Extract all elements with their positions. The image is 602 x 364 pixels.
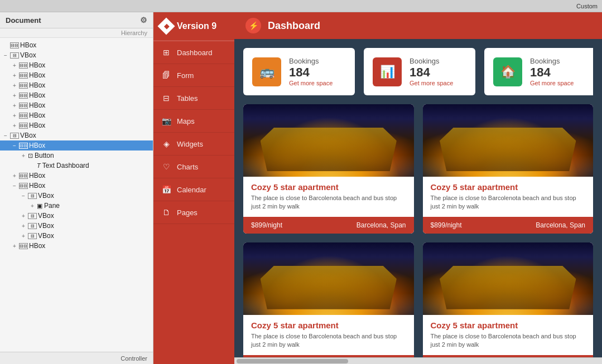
node-label: HBox: [29, 81, 45, 89]
stats-row: 🚌 Bookings 184 Get more space 📊 Bookings…: [243, 48, 593, 95]
property-name-prop2: Cozy 5 star apartment: [431, 182, 586, 192]
node-label: HBox: [29, 242, 45, 250]
tree-item-hbox7[interactable]: + ⊟⊟ HBox: [0, 110, 153, 120]
tree-item-hbox2[interactable]: + ⊟⊟ HBox: [0, 60, 153, 70]
node-label: HBox: [29, 91, 45, 99]
tree-item-hbox5[interactable]: + ⊟⊟ HBox: [0, 90, 153, 100]
expand-icon[interactable]: −: [11, 143, 18, 149]
expand-icon[interactable]: +: [11, 103, 18, 109]
node-label: HBox: [29, 172, 45, 179]
expand-icon[interactable]: +: [11, 82, 18, 89]
expand-icon[interactable]: +: [20, 233, 27, 239]
tree-item-hbox10[interactable]: − ⊟⊟ HBox: [0, 181, 153, 191]
property-card-prop1: Cozy 5 star apartment The place is close…: [243, 104, 414, 234]
hotel-img-sim-prop3: [243, 242, 414, 315]
tree-item-hbox1[interactable]: ⊟⊟ HBox: [0, 40, 153, 50]
node-label: VBox: [38, 212, 54, 220]
widgets-icon: ◈: [161, 139, 171, 148]
property-info-prop4: Cozy 5 star apartment The place is close…: [423, 315, 594, 355]
nav-label-tables: Tables: [177, 94, 198, 103]
property-desc-prop3: The place is close to Barcolenota beach …: [251, 332, 406, 350]
expand-icon[interactable]: −: [11, 183, 18, 189]
stat-info-stat2: Bookings 184 Get more space: [410, 57, 453, 86]
tree-item-vbox6[interactable]: + ⊟ VBox: [0, 231, 153, 241]
left-panel-header: Document ⚙: [0, 12, 153, 28]
expand-icon[interactable]: +: [11, 93, 18, 99]
horizontal-scrollbar[interactable]: [234, 357, 602, 364]
tree-item-pane1[interactable]: + ▣ Pane: [0, 201, 153, 211]
property-img-prop4: [423, 242, 594, 315]
stat-info-stat3: Bookings 184 Get more space: [530, 57, 574, 86]
expand-icon[interactable]: +: [11, 173, 18, 179]
h-scroll-thumb[interactable]: [237, 359, 348, 363]
expand-icon[interactable]: +: [11, 113, 18, 119]
nav-item-dashboard[interactable]: ⊞ Dashboard: [153, 41, 234, 64]
dashboard-icon: ⊞: [161, 48, 171, 57]
stat-icon-stat2: 📊: [373, 57, 402, 86]
property-info-prop3: Cozy 5 star apartment The place is close…: [243, 315, 414, 355]
nav-item-form[interactable]: 🗐 Form: [153, 64, 234, 87]
tree-item-hbox4[interactable]: + ⊟⊟ HBox: [0, 80, 153, 90]
sidebar-brand: ◆ Version 9: [153, 12, 234, 41]
property-desc-prop4: The place is close to Barcolenota beach …: [431, 332, 586, 350]
stat-link-stat1[interactable]: Get more space: [289, 80, 333, 86]
tree-item-hbox6[interactable]: + ⊟⊟ HBox: [0, 100, 153, 110]
expand-icon[interactable]: −: [20, 193, 27, 199]
hotel-img-sim-prop4: [423, 242, 594, 315]
node-label: VBox: [38, 222, 54, 230]
nav-item-tables[interactable]: ⊟ Tables: [153, 87, 234, 110]
nav-item-calendar[interactable]: 📅 Calendar: [153, 178, 234, 201]
expand-icon[interactable]: +: [20, 213, 27, 219]
node-label: HBox: [29, 182, 45, 190]
property-card-prop3: Cozy 5 star apartment The place is close…: [243, 242, 414, 357]
nav-item-pages[interactable]: 🗋 Pages: [153, 201, 234, 224]
property-price-prop2: $899/night: [431, 221, 462, 229]
tree-item-hbox8[interactable]: + ⊟⊟ HBox: [0, 120, 153, 130]
expand-icon[interactable]: −: [2, 133, 9, 139]
nav-item-widgets[interactable]: ◈ Widgets: [153, 133, 234, 156]
tree-item-hbox_sel[interactable]: − ⊟⊟ HBox: [0, 140, 153, 151]
stat-label-stat3: Bookings: [530, 57, 574, 65]
stat-value-stat2: 184: [410, 65, 453, 80]
node-label: Pane: [44, 202, 60, 210]
tree-item-hbox11[interactable]: + ⊟⊟ HBox: [0, 241, 153, 251]
tree-item-vbox3[interactable]: − ⊟ VBox: [0, 191, 153, 201]
expand-icon[interactable]: +: [29, 203, 36, 209]
maps-icon: 📷: [161, 117, 171, 125]
charts-icon: ♡: [161, 162, 171, 171]
tree-item-txt1[interactable]: T Text Dashboard: [0, 161, 153, 171]
tree-item-vbox5[interactable]: + ⊟ VBox: [0, 221, 153, 231]
property-desc-prop2: The place is close to Barcolenota beach …: [431, 194, 586, 211]
nav-item-maps[interactable]: 📷 Maps: [153, 110, 234, 133]
brand-text: Version 9: [177, 21, 216, 31]
expand-icon[interactable]: −: [2, 52, 9, 59]
expand-icon[interactable]: +: [11, 72, 18, 79]
node-label: VBox: [20, 51, 36, 59]
stat-link-stat3[interactable]: Get more space: [530, 80, 574, 86]
node-label: VBox: [38, 192, 54, 200]
header-icon: ⚡: [245, 18, 261, 33]
expand-icon[interactable]: +: [20, 223, 27, 229]
expand-icon[interactable]: +: [11, 62, 18, 69]
tree-item-vbox4[interactable]: + ⊟ VBox: [0, 211, 153, 221]
brand-diamond-icon: ◆: [157, 17, 175, 35]
expand-icon[interactable]: +: [20, 153, 27, 159]
tree-item-btn1[interactable]: + ⊡ Button: [0, 151, 153, 161]
expand-icon[interactable]: +: [11, 243, 18, 249]
stat-link-stat2[interactable]: Get more space: [410, 80, 453, 86]
stat-value-stat1: 184: [289, 65, 333, 80]
expand-icon[interactable]: +: [11, 123, 18, 129]
tree-item-hbox9[interactable]: + ⊟⊟ HBox: [0, 171, 153, 181]
content-scroll[interactable]: 🚌 Bookings 184 Get more space 📊 Bookings…: [234, 39, 602, 357]
hierarchy-label: Hierarchy: [0, 28, 153, 38]
node-label: HBox: [29, 111, 45, 119]
tree-item-vbox1[interactable]: − ⊟ VBox: [0, 50, 153, 60]
gear-icon[interactable]: ⚙: [140, 16, 147, 25]
property-img-prop2: [423, 104, 594, 177]
stat-icon-stat1: 🚌: [252, 57, 281, 86]
nav-item-charts[interactable]: ♡ Charts: [153, 156, 234, 178]
tree-item-vbox2[interactable]: − ⊟ VBox: [0, 130, 153, 140]
hotel-img-sim-prop2: [423, 104, 594, 177]
property-info-prop1: Cozy 5 star apartment The place is close…: [243, 177, 414, 217]
tree-item-hbox3[interactable]: + ⊟⊟ HBox: [0, 70, 153, 80]
